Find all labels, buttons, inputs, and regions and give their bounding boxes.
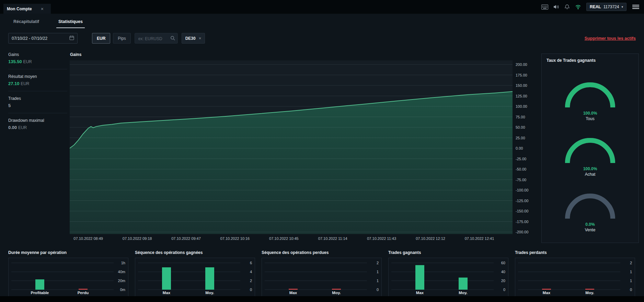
- notifications-bell-icon[interactable]: [564, 4, 570, 10]
- chip-close-icon[interactable]: ×: [199, 36, 202, 41]
- mini-chart-panel: Trades perdants2110MaxMoy.: [515, 250, 635, 297]
- gauge-arc: [561, 81, 619, 109]
- tab-recapitulatif[interactable]: Récapitulatif: [11, 18, 41, 28]
- bar: [205, 267, 214, 290]
- zero-bar-marker: [289, 289, 298, 290]
- wifi-connection-icon[interactable]: [575, 4, 581, 10]
- asset-chip-de30[interactable]: DE30 ×: [182, 33, 205, 44]
- summary-item-trades: Trades 5: [8, 96, 67, 113]
- mini-chart-title: Trades gagnants: [388, 250, 508, 256]
- mini-chart-plot: 2110MaxMoy.: [262, 258, 382, 297]
- gauge-percent: 0.0%: [585, 222, 595, 227]
- gauge-arc: [561, 136, 619, 164]
- svg-text:Max: Max: [543, 291, 551, 295]
- mini-chart-panel: Durée moyenne par opération1h40m20m0mPro…: [8, 250, 128, 297]
- svg-text:1: 1: [377, 279, 379, 283]
- mini-chart-plot: 2110MaxMoy.: [515, 258, 635, 297]
- remove-all-assets-link[interactable]: Supprimer tous les actifs: [585, 36, 636, 41]
- y-axis-tick: 75.00: [516, 115, 525, 119]
- y-axis-tick: 125.00: [516, 94, 527, 98]
- svg-text:1: 1: [377, 270, 379, 274]
- account-selector[interactable]: REAL 1173724 ▾: [586, 3, 626, 11]
- svg-text:2: 2: [250, 279, 252, 283]
- mini-chart-title: Séquence des opérations perdues: [262, 250, 382, 256]
- x-axis-tick: 07.10.2022 12:12: [408, 236, 453, 241]
- y-axis-tick: -200.00: [516, 230, 528, 234]
- account-number: 1173724: [603, 4, 619, 9]
- svg-text:Perdu: Perdu: [78, 291, 89, 295]
- pips-toggle-button[interactable]: Pips: [113, 33, 130, 44]
- svg-text:Moy.: Moy.: [332, 291, 341, 295]
- mini-chart-panel: Séquence des opérations perdues2110MaxMo…: [262, 250, 382, 297]
- xstation-statistics-screen: Mon Compte × REAL 1173724 ▾: [0, 0, 644, 302]
- summary-item-resultat-moyen: Résultat moyen 27.10 EUR: [8, 74, 67, 91]
- gauge-tous: 100.0%Tous: [542, 81, 639, 121]
- y-axis-tick: 150.00: [516, 83, 527, 88]
- x-axis-tick: 07.10.2022 11:14: [310, 236, 355, 241]
- filter-bar: 07/10/22 - 07/10/22 EUR Pips DE30 × Supp…: [8, 33, 636, 44]
- svg-text:Moy.: Moy.: [585, 291, 594, 295]
- win-rate-panel-title: Taux de Trades gagnants: [542, 54, 639, 63]
- topbar-right: REAL 1173724 ▾: [541, 0, 640, 14]
- mini-chart-svg: 2110MaxMoy.: [262, 258, 381, 296]
- x-axis-tick: 07.10.2022 08:49: [66, 236, 111, 241]
- search-icon: [170, 36, 175, 42]
- svg-text:2: 2: [630, 261, 632, 265]
- currency-toggle-button[interactable]: EUR: [92, 33, 110, 44]
- svg-text:0m: 0m: [120, 288, 125, 292]
- zero-bar-marker: [79, 289, 88, 290]
- volume-icon[interactable]: [553, 4, 559, 9]
- account-tab[interactable]: Mon Compte ×: [3, 4, 51, 14]
- svg-text:Moy.: Moy.: [205, 291, 214, 295]
- summary-item-drawdown: Drawdown maximal 0.00 EUR: [8, 118, 67, 135]
- mini-chart-panel: Trades gagnants6040200MaxMoy.: [388, 250, 508, 297]
- svg-text:40m: 40m: [118, 270, 125, 274]
- mini-chart-title: Durée moyenne par opération: [8, 250, 128, 256]
- zero-bar-marker: [542, 289, 551, 290]
- svg-text:40: 40: [501, 270, 505, 274]
- symbol-search-input[interactable]: [138, 33, 169, 44]
- x-axis-tick: 07.10.2022 11:43: [359, 236, 404, 241]
- account-type: REAL: [590, 4, 601, 9]
- bar: [162, 267, 171, 290]
- gains-area-chart-svg: [70, 60, 513, 234]
- calendar-icon: [69, 35, 74, 42]
- gauge-label: Tous: [586, 116, 594, 121]
- y-axis-tick: -125.00: [516, 199, 528, 203]
- mini-chart-svg: 6420MaxMoy.: [135, 258, 254, 296]
- gains-chart-title: Gains: [70, 52, 81, 57]
- asset-chip-label: DE30: [185, 36, 196, 41]
- tab-close-icon[interactable]: ×: [41, 7, 44, 11]
- mini-charts-row: Durée moyenne par opération1h40m20m0mPro…: [8, 250, 635, 297]
- y-axis-tick: 175.00: [516, 73, 527, 77]
- gauge-achat: 100.0%Achat: [542, 136, 639, 177]
- summary-item-gains: Gains 135.50 EUR: [8, 52, 67, 69]
- svg-text:Profitable: Profitable: [31, 291, 49, 295]
- svg-text:0: 0: [250, 288, 252, 292]
- svg-text:Moy.: Moy.: [459, 291, 467, 295]
- y-axis-tick: -50.00: [516, 167, 526, 171]
- y-axis-tick: 25.00: [516, 136, 525, 140]
- mini-chart-panel: Séquence des opérations gagnées6420MaxMo…: [135, 250, 255, 297]
- y-axis-tick: 0.00: [516, 146, 523, 150]
- win-rate-gauges: 100.0%Tous100.0%Achat0.0%Vente: [542, 81, 639, 232]
- gauge-vente: 0.0%Vente: [542, 192, 639, 232]
- tab-statistiques[interactable]: Statistiques: [56, 18, 85, 28]
- gauge-label: Vente: [585, 228, 596, 232]
- date-range-picker[interactable]: 07/10/22 - 07/10/22: [8, 33, 78, 44]
- svg-text:0: 0: [630, 288, 632, 292]
- x-axis-tick: 07.10.2022 12:41: [457, 236, 502, 241]
- bottom-strip: [0, 296, 644, 302]
- bar: [415, 265, 424, 290]
- menu-icon[interactable]: [632, 3, 640, 10]
- svg-text:4: 4: [250, 270, 252, 274]
- keyboard-icon[interactable]: [541, 4, 548, 10]
- x-axis-tick: 07.10.2022 10:16: [212, 236, 257, 241]
- win-rate-panel: Taux de Trades gagnants 100.0%Tous100.0%…: [541, 54, 639, 243]
- mini-chart-svg: 6040200MaxMoy.: [389, 258, 507, 296]
- svg-text:0: 0: [503, 288, 505, 292]
- mini-chart-plot: 6040200MaxMoy.: [388, 258, 508, 297]
- summary-sidebar: Gains 135.50 EUR Résultat moyen 27.10 EU…: [8, 52, 67, 140]
- gains-chart-y-axis: 200.00175.00150.00125.00100.0075.0050.00…: [516, 60, 536, 239]
- x-axis-tick: 07.10.2022 10:45: [262, 236, 306, 241]
